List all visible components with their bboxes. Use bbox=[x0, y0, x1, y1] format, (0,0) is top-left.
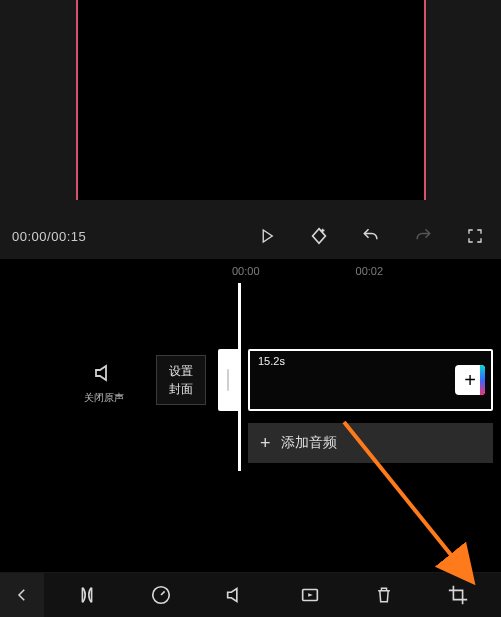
cover-label-line1: 设置 bbox=[169, 362, 193, 380]
play-icon bbox=[258, 227, 276, 245]
time-total: 00:15 bbox=[51, 229, 86, 244]
keyframe-add-icon bbox=[308, 225, 330, 247]
undo-button[interactable] bbox=[359, 224, 383, 248]
delete-button[interactable] bbox=[367, 578, 401, 612]
volume-button[interactable] bbox=[218, 578, 252, 612]
time-current: 00:00 bbox=[12, 229, 47, 244]
mute-original-audio-button[interactable]: 关闭原声 bbox=[84, 361, 124, 405]
video-clip[interactable]: 15.2s + bbox=[248, 349, 493, 411]
volume-icon bbox=[224, 584, 246, 606]
back-button[interactable] bbox=[0, 573, 44, 617]
add-clip-button[interactable]: + bbox=[455, 365, 485, 395]
timeline-panel: 00:00 00:02 关闭原声 设置 封面 15.2s + + 添加音频 bbox=[0, 259, 501, 572]
animation-button[interactable] bbox=[293, 578, 327, 612]
fullscreen-button[interactable] bbox=[463, 224, 487, 248]
tracks-area: 关闭原声 设置 封面 15.2s + + 添加音频 bbox=[0, 313, 501, 453]
control-bar: 00:00/00:15 bbox=[0, 213, 501, 259]
set-cover-button[interactable]: 设置 封面 bbox=[156, 355, 206, 405]
add-audio-label: 添加音频 bbox=[281, 434, 337, 452]
redo-icon bbox=[413, 226, 433, 246]
ruler-tick-0: 00:00 bbox=[232, 265, 260, 283]
fullscreen-icon bbox=[466, 227, 484, 245]
chevron-left-icon bbox=[13, 586, 31, 604]
animation-icon bbox=[299, 584, 321, 606]
delete-icon bbox=[374, 584, 394, 606]
preview-canvas[interactable] bbox=[78, 0, 424, 200]
split-icon bbox=[76, 584, 98, 606]
redo-button[interactable] bbox=[411, 224, 435, 248]
speed-icon bbox=[150, 584, 172, 606]
playhead[interactable] bbox=[238, 283, 241, 471]
play-button[interactable] bbox=[255, 224, 279, 248]
ruler-tick-1: 00:02 bbox=[356, 265, 384, 283]
preview-area bbox=[0, 0, 501, 213]
plus-icon: + bbox=[464, 370, 476, 390]
volume-off-icon bbox=[92, 361, 116, 385]
crop-button[interactable] bbox=[441, 578, 475, 612]
add-audio-track-button[interactable]: + 添加音频 bbox=[248, 423, 493, 463]
undo-icon bbox=[361, 226, 381, 246]
plus-icon: + bbox=[260, 433, 271, 454]
bottom-toolbar bbox=[0, 573, 501, 617]
speed-button[interactable] bbox=[144, 578, 178, 612]
time-ruler[interactable]: 00:00 00:02 bbox=[0, 259, 501, 283]
clip-duration-label: 15.2s bbox=[258, 355, 285, 367]
clip-trim-handle-left[interactable] bbox=[218, 349, 238, 411]
preview-frame bbox=[76, 0, 426, 200]
mute-label: 关闭原声 bbox=[84, 391, 124, 405]
crop-icon bbox=[447, 584, 469, 606]
cover-label-line2: 封面 bbox=[169, 380, 193, 398]
split-button[interactable] bbox=[70, 578, 104, 612]
timecode: 00:00/00:15 bbox=[12, 229, 86, 244]
keyframe-add-button[interactable] bbox=[307, 224, 331, 248]
